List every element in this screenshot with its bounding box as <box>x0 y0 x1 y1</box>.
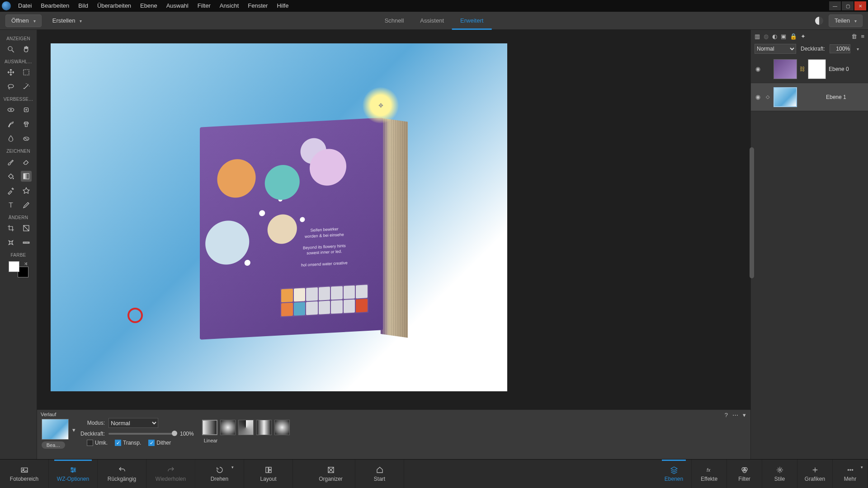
eraser-tool[interactable] <box>21 156 32 167</box>
gradient-type-angle[interactable] <box>238 420 254 435</box>
filters-panel-button[interactable]: Filter <box>727 460 762 488</box>
layer-row-ebene0[interactable]: ◉ ⛓ Ebene 0 <box>751 55 868 83</box>
chevron-down-icon[interactable] <box>855 46 859 52</box>
lasso-tool[interactable] <box>5 81 16 92</box>
rotate-button[interactable]: Drehen▾ <box>195 460 244 488</box>
color-swatch[interactable]: ⤭ <box>9 261 28 277</box>
new-layer-icon[interactable]: ▥ <box>755 33 760 40</box>
window-close-button[interactable]: ✕ <box>854 1 866 10</box>
eyedropper-tool[interactable] <box>5 185 16 196</box>
edit-gradient-button[interactable]: Bea… <box>42 441 65 449</box>
menu-bearbeiten[interactable]: Bearbeiten <box>36 0 74 12</box>
crop-tool[interactable] <box>5 223 16 234</box>
photobin-button[interactable]: Fotobereich <box>0 460 49 488</box>
layers-panel-button[interactable]: Ebenen <box>656 460 692 488</box>
styles-panel-button[interactable]: Stile <box>762 460 797 488</box>
transparency-checkbox[interactable]: ✓Transp. <box>115 440 141 446</box>
panel-menu-icon[interactable]: ⋯ <box>732 412 738 418</box>
visibility-toggle-icon[interactable]: ◉ <box>754 66 762 72</box>
menu-ansicht[interactable]: Ansicht <box>215 0 244 12</box>
marquee-tool[interactable] <box>21 67 32 78</box>
tab-erweitert[interactable]: Erweitert <box>452 12 491 30</box>
smart-brush-tool[interactable] <box>5 119 16 130</box>
straighten-tool[interactable] <box>21 237 32 248</box>
panel-menu-icon[interactable]: ≡ <box>861 33 864 40</box>
menu-fenster[interactable]: Fenster <box>243 0 272 12</box>
clone-stamp-tool[interactable] <box>21 119 32 130</box>
tab-schnell[interactable]: Schnell <box>377 12 412 30</box>
tool-options-button[interactable]: WZ-Optionen <box>49 460 98 488</box>
gradient-tool[interactable] <box>21 171 32 182</box>
dither-checkbox[interactable]: ✓Dither <box>148 440 171 446</box>
new-group-icon[interactable]: ◍ <box>764 33 769 40</box>
lock-indicator-icon[interactable]: ◇ <box>764 94 771 100</box>
blend-mode-select[interactable]: Normal <box>108 418 158 428</box>
menu-hilfe[interactable]: Hilfe <box>272 0 293 12</box>
foreground-color[interactable] <box>9 261 19 272</box>
type-tool[interactable] <box>5 200 16 211</box>
graphics-panel-button[interactable]: Grafiken <box>797 460 833 488</box>
blur-tool[interactable] <box>5 133 16 144</box>
layers-scrollbar[interactable] <box>750 147 754 278</box>
open-button[interactable]: Öffnen <box>5 14 42 27</box>
paint-bucket-tool[interactable] <box>5 171 16 182</box>
hand-tool[interactable] <box>21 44 32 55</box>
swap-colors-icon[interactable]: ⤭ <box>24 261 28 266</box>
lock-icon[interactable]: 🔒 <box>790 33 797 40</box>
share-button[interactable]: Teilen <box>829 14 863 27</box>
redo-button[interactable]: Wiederholen <box>146 460 195 488</box>
layer-thumbnail[interactable] <box>774 59 797 79</box>
help-icon[interactable]: ? <box>725 412 728 418</box>
move-tool[interactable] <box>5 67 16 78</box>
theme-toggle-icon[interactable] <box>815 17 823 25</box>
mask-icon[interactable]: ▣ <box>781 33 786 40</box>
trash-icon[interactable]: 🗑 <box>851 33 857 40</box>
window-maximize-button[interactable]: ▢ <box>842 1 854 10</box>
fx-icon[interactable]: ✦ <box>801 33 806 40</box>
tab-assistent[interactable]: Assistent <box>412 12 452 30</box>
opacity-input[interactable] <box>830 44 850 53</box>
adjustment-layer-icon[interactable]: ◐ <box>772 33 777 40</box>
opacity-slider[interactable] <box>108 433 176 435</box>
effects-panel-button[interactable]: fxEffekte <box>692 460 727 488</box>
organizer-button[interactable]: Organizer <box>307 460 355 488</box>
magic-wand-tool[interactable] <box>21 81 32 92</box>
layer-row-ebene1[interactable]: ◉ ◇ Ebene 1 <box>751 83 868 111</box>
spot-heal-tool[interactable] <box>21 104 32 115</box>
gradient-preset-picker[interactable] <box>42 419 69 440</box>
redeye-tool[interactable] <box>5 104 16 115</box>
zoom-tool[interactable] <box>5 44 16 55</box>
recompose-tool[interactable] <box>21 223 32 234</box>
menu-auswahl[interactable]: Auswahl <box>162 0 193 12</box>
layer-name[interactable]: Ebene 0 <box>829 66 849 72</box>
reverse-checkbox[interactable]: Umk. <box>87 440 108 446</box>
layer-thumbnail[interactable] <box>774 87 797 107</box>
sponge-tool[interactable] <box>21 133 32 144</box>
content-aware-move-tool[interactable] <box>5 237 16 248</box>
create-button[interactable]: Erstellen <box>48 17 87 24</box>
link-icon[interactable]: ⛓ <box>800 66 805 72</box>
menu-ueberarbeiten[interactable]: Überarbeiten <box>93 0 136 12</box>
menu-datei[interactable]: Datei <box>14 0 36 12</box>
undo-button[interactable]: Rückgängig <box>98 460 146 488</box>
collapse-icon[interactable]: ▾ <box>743 412 746 418</box>
menu-ebene[interactable]: Ebene <box>136 0 162 12</box>
gradient-type-radial[interactable] <box>220 420 236 435</box>
pencil-tool[interactable] <box>21 200 32 211</box>
menu-filter[interactable]: Filter <box>193 0 215 12</box>
gradient-type-reflected[interactable] <box>256 420 272 435</box>
more-panel-button[interactable]: Mehr▾ <box>833 460 868 488</box>
blend-mode-select[interactable]: Normal <box>755 44 796 54</box>
gradient-type-diamond[interactable] <box>274 420 290 435</box>
shape-tool[interactable] <box>21 185 32 196</box>
layer-name[interactable]: Ebene 1 <box>826 94 846 100</box>
artboard[interactable]: Seifen bewirkerworden & bei einseheBeyon… <box>51 43 507 391</box>
menu-bild[interactable]: Bild <box>74 0 93 12</box>
visibility-toggle-icon[interactable]: ◉ <box>754 94 762 100</box>
home-button[interactable]: Start <box>355 460 404 488</box>
layout-button[interactable]: Layout <box>244 460 293 488</box>
brush-tool[interactable] <box>5 156 16 167</box>
layer-mask-thumbnail[interactable] <box>808 59 826 79</box>
gradient-type-linear[interactable] <box>202 420 217 435</box>
window-minimize-button[interactable]: — <box>829 1 841 10</box>
